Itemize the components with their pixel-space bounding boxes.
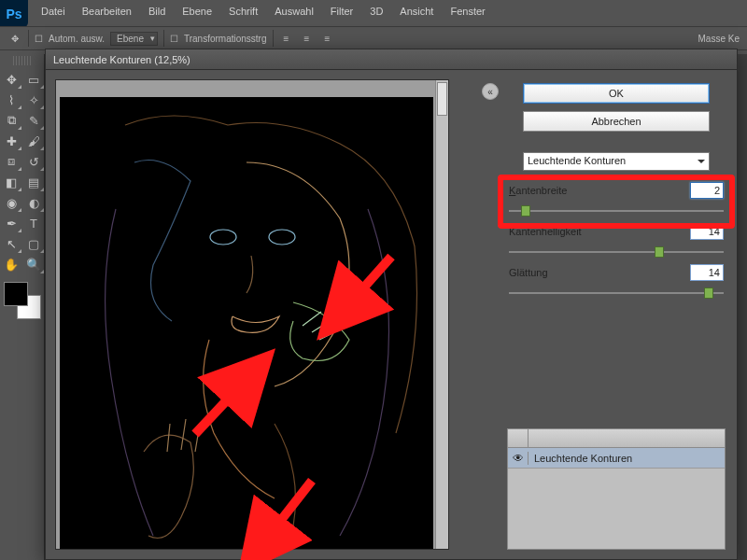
layer-dropdown[interactable]: Ebene (110, 32, 158, 46)
effect-layer-name: Leuchtende Konturen (529, 453, 632, 464)
align-icon[interactable]: ≡ (320, 31, 335, 46)
hand-tool[interactable]: ✋ (0, 254, 22, 274)
zoom-tool[interactable]: 🔍 (22, 254, 45, 274)
blur-tool[interactable]: ◉ (0, 192, 22, 213)
menu-datei[interactable]: Datei (34, 4, 73, 22)
history-tool[interactable]: ↺ (22, 151, 45, 172)
right-label: Masse Ke (698, 34, 740, 44)
menu-bar: Datei Bearbeiten Bild Ebene Schrift Ausw… (34, 4, 747, 22)
shape-tool[interactable]: ▢ (22, 233, 45, 254)
align-icon[interactable]: ≡ (300, 31, 315, 46)
auto-select-label: Autom. ausw. (49, 34, 105, 44)
preview-image (60, 97, 433, 550)
menu-ansicht[interactable]: Ansicht (392, 4, 441, 22)
filter-dropdown[interactable]: Leuchtende Konturen (523, 152, 710, 171)
crop-tool[interactable]: ⧉ (0, 110, 22, 131)
auto-select-checkbox[interactable]: ☐ (35, 34, 43, 44)
menu-bearbeiten[interactable]: Bearbeiten (75, 4, 139, 22)
menu-filter[interactable]: Filter (323, 4, 360, 22)
toolbox: ✥ ▭ ⌇ ✧ ⧉ ✎ ✚ 🖌 ⧈ ↺ ◧ ▤ ◉ ◐ ✒ T ↖ ▢ ✋ 🔍 (0, 54, 45, 560)
dialog-title: Leuchtende Konturen (12,5%) (53, 54, 190, 65)
edge-width-label: Kantenbreite (509, 185, 567, 196)
stamp-tool[interactable]: ⧈ (0, 151, 22, 172)
preview-scrollbar[interactable] (435, 80, 448, 549)
effect-layer-row[interactable]: 👁 Leuchtende Konturen (508, 448, 725, 469)
eye-icon[interactable]: 👁 (508, 452, 529, 465)
eraser-tool[interactable]: ◧ (0, 172, 22, 192)
menu-fenster[interactable]: Fenster (443, 4, 492, 22)
effect-layers-panel: 👁 Leuchtende Konturen (507, 428, 726, 550)
gradient-tool[interactable]: ▤ (22, 172, 45, 192)
menu-schrift[interactable]: Schrift (221, 4, 265, 22)
menu-3d[interactable]: 3D (362, 4, 390, 22)
fg-swatch[interactable] (4, 282, 28, 306)
align-icon[interactable]: ≡ (279, 31, 294, 46)
cancel-button[interactable]: Abbrechen (523, 111, 710, 132)
filter-gallery-dialog: Leuchtende Konturen (12,5%) (45, 49, 738, 560)
smoothing-input[interactable] (690, 264, 724, 281)
lasso-tool[interactable]: ⌇ (0, 90, 22, 110)
edge-brightness-label: Kantenhelligkeit (509, 226, 582, 237)
path-tool[interactable]: ↖ (0, 233, 22, 254)
transform-label: Transformationsstrg (184, 34, 267, 44)
edge-brightness-input[interactable] (690, 223, 724, 240)
edge-width-slider[interactable] (509, 204, 724, 217)
smoothing-slider[interactable] (509, 287, 724, 300)
move-tool[interactable]: ✥ (0, 69, 22, 90)
edge-brightness-slider[interactable] (509, 245, 724, 259)
menu-ebene[interactable]: Ebene (175, 4, 219, 22)
edge-width-input[interactable] (690, 182, 724, 199)
pen-tool[interactable]: ✒ (0, 213, 22, 233)
brush-tool[interactable]: 🖌 (22, 131, 45, 151)
transform-checkbox[interactable]: ☐ (170, 34, 178, 44)
wand-tool[interactable]: ✧ (22, 90, 45, 110)
color-swatches[interactable] (4, 282, 41, 319)
ok-button[interactable]: OK (523, 83, 710, 104)
dodge-tool[interactable]: ◐ (22, 192, 45, 213)
type-tool[interactable]: T (22, 213, 45, 233)
app-logo: Ps (0, 0, 28, 28)
svg-rect-0 (60, 97, 433, 550)
heal-tool[interactable]: ✚ (0, 131, 22, 151)
preview-area[interactable] (55, 79, 449, 550)
dialog-titlebar[interactable]: Leuchtende Konturen (12,5%) (46, 49, 737, 70)
smoothing-label: Glättung (509, 267, 548, 278)
options-bar: ✥ ☐ Autom. ausw. Ebene ☐ Transformations… (0, 26, 747, 50)
menu-auswahl[interactable]: Auswahl (267, 4, 321, 22)
collapse-filters-button[interactable]: « (482, 83, 499, 100)
marquee-tool[interactable]: ▭ (22, 69, 45, 90)
eyedrop-tool[interactable]: ✎ (22, 110, 45, 131)
move-tool-icon: ✥ (7, 31, 22, 46)
menu-bild[interactable]: Bild (141, 4, 173, 22)
